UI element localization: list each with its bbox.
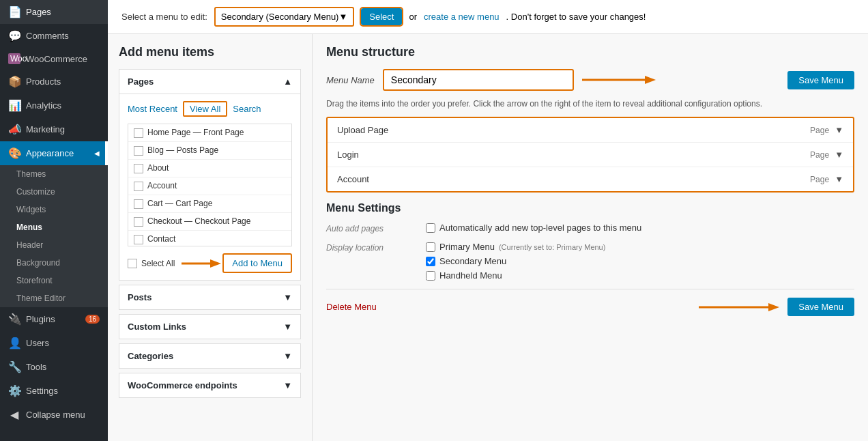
- sidebar-item-marketing[interactable]: 📣 Marketing: [0, 117, 108, 141]
- menu-item-name: Login: [337, 150, 810, 160]
- sidebar-item-analytics[interactable]: 📊 Analytics: [0, 94, 108, 117]
- sidebar-item-header[interactable]: Header: [0, 236, 108, 254]
- sidebar-sub-label: Customize: [16, 187, 55, 197]
- menu-item-expand-arrow[interactable]: ▼: [835, 174, 843, 184]
- categories-accordion-header[interactable]: Categories ▼: [119, 344, 300, 368]
- auto-add-option[interactable]: Automatically add new top-level pages to…: [426, 223, 641, 233]
- page-label: About: [147, 163, 169, 173]
- page-checkbox-contact[interactable]: [134, 235, 143, 244]
- sidebar-item-products[interactable]: 📦 Products: [0, 70, 108, 94]
- auto-add-checkbox[interactable]: [426, 223, 435, 233]
- sidebar-item-label: Comments: [26, 31, 69, 41]
- sidebar-item-label: Marketing: [26, 124, 65, 134]
- page-checkbox-home[interactable]: [134, 128, 143, 138]
- sidebar-sub-label: Theme Editor: [16, 294, 66, 303]
- sidebar-item-label: Users: [26, 338, 49, 348]
- save-menu-bottom-button[interactable]: Save Menu: [787, 298, 854, 316]
- collapse-icon: ◀: [8, 408, 20, 421]
- delete-menu-link[interactable]: Delete Menu: [326, 302, 377, 312]
- search-tab[interactable]: Search: [233, 102, 261, 115]
- sidebar-item-widgets[interactable]: Widgets: [0, 201, 108, 218]
- sidebar-sub-label: Storefront: [16, 276, 53, 285]
- secondary-menu-option[interactable]: Secondary Menu: [426, 256, 605, 266]
- pages-accordion-content: Most Recent View All Search Home Page — …: [119, 94, 300, 280]
- page-item-account: Account: [128, 177, 291, 195]
- sidebar-item-label: Analytics: [26, 100, 61, 111]
- page-checkbox-blog[interactable]: [134, 146, 143, 156]
- primary-menu-option[interactable]: Primary Menu (Currently set to: Primary …: [426, 242, 605, 252]
- menu-item-expand-arrow[interactable]: ▼: [835, 150, 843, 160]
- handheld-menu-label: Handheld Menu: [439, 270, 502, 281]
- selected-menu-text: Secondary (Secondary Menu): [221, 12, 339, 22]
- select-all-checkbox[interactable]: [128, 259, 137, 268]
- primary-menu-label: Primary Menu: [439, 242, 495, 252]
- menu-item-expand-arrow[interactable]: ▼: [835, 125, 843, 135]
- most-recent-tab[interactable]: Most Recent: [128, 102, 177, 115]
- display-location-label: Display location: [326, 242, 415, 253]
- sidebar-item-comments[interactable]: 💬 Comments: [0, 24, 108, 48]
- categories-chevron-down: ▼: [283, 351, 292, 361]
- settings-icon: ⚙️: [8, 384, 20, 397]
- analytics-icon: 📊: [8, 99, 20, 112]
- add-to-menu-annotation-arrow: [182, 257, 222, 270]
- page-checkbox-about[interactable]: [134, 164, 143, 173]
- page-checkbox-account[interactable]: [134, 182, 143, 191]
- menu-name-annotation-arrow: [582, 73, 657, 87]
- sidebar-item-label: Settings: [26, 386, 58, 396]
- custom-links-accordion-header[interactable]: Custom Links ▼: [119, 315, 300, 339]
- sidebar-item-tools[interactable]: 🔧 Tools: [0, 355, 108, 379]
- pages-accordion-header[interactable]: Pages ▲: [119, 70, 300, 94]
- svg-marker-7: [768, 303, 779, 311]
- sidebar-item-theme-editor[interactable]: Theme Editor: [0, 289, 108, 307]
- select-button[interactable]: Select: [361, 8, 402, 25]
- sidebar-item-storefront[interactable]: Storefront: [0, 272, 108, 289]
- sidebar-item-themes[interactable]: Themes: [0, 165, 108, 183]
- custom-links-section-label: Custom Links: [128, 322, 186, 332]
- sidebar-item-menus[interactable]: Menus: [0, 218, 108, 236]
- save-menu-top-button[interactable]: Save Menu: [787, 71, 854, 89]
- sidebar-item-customize[interactable]: Customize: [0, 183, 108, 201]
- select-all-wrap: Select All: [128, 258, 175, 268]
- reminder-text: . Don't forget to save your changes!: [506, 12, 646, 22]
- auto-add-row: Auto add pages Automatically add new top…: [326, 223, 854, 233]
- menu-item-type: Page: [810, 150, 829, 160]
- create-menu-link[interactable]: create a new menu: [424, 12, 500, 22]
- posts-chevron-down: ▼: [283, 292, 292, 302]
- menu-item-type: Page: [810, 175, 829, 184]
- sidebar-item-label: Pages: [26, 7, 51, 17]
- sidebar-item-appearance[interactable]: 🎨 Appearance ◀: [0, 141, 108, 165]
- sidebar-item-pages[interactable]: 📄 Pages: [0, 0, 108, 24]
- sidebar-item-background[interactable]: Background: [0, 254, 108, 272]
- posts-accordion-header[interactable]: Posts ▼: [119, 285, 300, 309]
- sidebar-item-woocommerce[interactable]: Woo WooCommerce: [0, 48, 108, 70]
- page-checkbox-cart[interactable]: [134, 199, 143, 209]
- main-content: Select a menu to edit: Secondary (Second…: [108, 0, 868, 441]
- sidebar-item-settings[interactable]: ⚙️ Settings: [0, 379, 108, 403]
- pages-list: Home Page — Front Page Blog — Posts Page…: [128, 124, 292, 246]
- sidebar-sub-label: Header: [16, 240, 43, 250]
- primary-menu-checkbox[interactable]: [426, 242, 435, 252]
- dropdown-chevron: ▼: [338, 12, 347, 22]
- woo-endpoints-section: WooCommerce endpoints ▼: [119, 373, 301, 398]
- page-label: Home Page — Front Page: [147, 128, 244, 137]
- add-to-menu-button[interactable]: Add to Menu: [222, 253, 292, 273]
- sidebar-item-label: Appearance: [26, 148, 74, 158]
- secondary-menu-checkbox[interactable]: [426, 257, 435, 266]
- sidebar-item-plugins[interactable]: 🔌 Plugins 16: [0, 307, 108, 331]
- handheld-menu-option[interactable]: Handheld Menu: [426, 270, 605, 281]
- sidebar-item-label: Tools: [26, 362, 46, 372]
- auto-add-label: Auto add pages: [326, 223, 415, 233]
- woo-endpoints-accordion-header[interactable]: WooCommerce endpoints ▼: [119, 373, 300, 397]
- sidebar-item-collapse[interactable]: ◀ Collapse menu: [0, 403, 108, 427]
- users-icon: 👤: [8, 337, 20, 350]
- menu-name-input[interactable]: [383, 69, 574, 91]
- handheld-menu-checkbox[interactable]: [426, 271, 435, 281]
- plugins-icon: 🔌: [8, 313, 20, 326]
- sidebar-item-users[interactable]: 👤 Users: [0, 331, 108, 355]
- categories-section: Categories ▼: [119, 343, 301, 369]
- view-all-tab[interactable]: View All: [183, 101, 227, 117]
- menu-select-dropdown[interactable]: Secondary (Secondary Menu) ▼: [214, 7, 355, 27]
- page-checkbox-checkout[interactable]: [134, 217, 143, 227]
- expand-arrow: ◀: [94, 150, 100, 157]
- left-panel: Add menu items Pages ▲ Most Recent View …: [108, 34, 313, 441]
